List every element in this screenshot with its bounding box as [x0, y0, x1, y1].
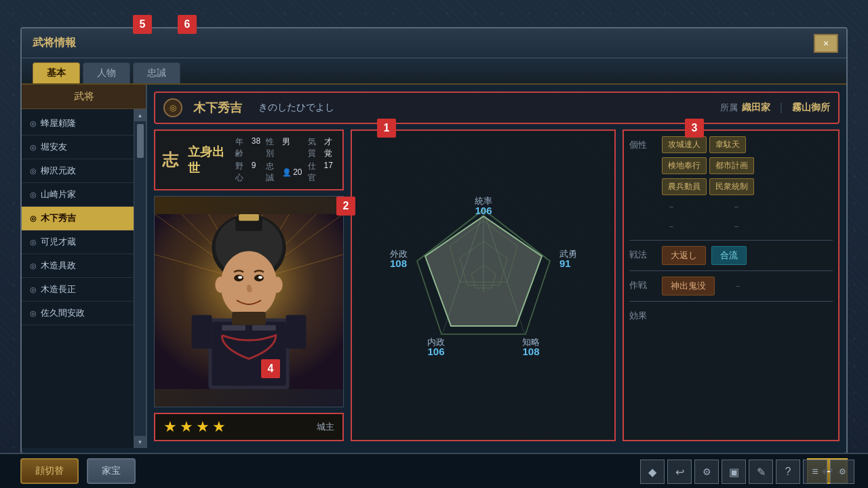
- loyalty-icon: 👤: [282, 168, 292, 177]
- stars-box: ★ ★ ★ ★ 城主: [154, 413, 344, 441]
- dash-row-2: － －: [629, 219, 833, 235]
- radar-container: 統率 106 武勇 91 知略 108 内政: [359, 138, 608, 433]
- svg-marker-38: [425, 216, 542, 326]
- ambition-value: 9: [252, 161, 260, 184]
- portrait-artwork: [155, 197, 343, 407]
- close-button[interactable]: ×: [814, 34, 838, 53]
- svg-text:91: 91: [559, 258, 571, 269]
- personality-tags: 攻城達人 韋駄天: [662, 136, 833, 153]
- battle-skill-0: 大返し: [662, 246, 706, 265]
- personality-tags-2: 検地奉行 都市計画: [662, 157, 833, 174]
- svg-point-15: [220, 251, 277, 319]
- badge-3: 3: [685, 119, 704, 138]
- badge-2: 2: [336, 197, 355, 216]
- scroll-bar: [134, 121, 146, 436]
- tactics-dash: －: [728, 279, 747, 294]
- face-button[interactable]: 顔切替: [20, 458, 79, 484]
- sidebar-list: ◎ 蜂屋頼隆 ◎ 堀安友 ◎ 柳沢元政 ◎ 山崎片家: [22, 109, 134, 448]
- age-value: 38: [252, 136, 260, 159]
- scroll-down-button[interactable]: ▼: [134, 436, 146, 448]
- sidebar-item-7[interactable]: ◎ 木造長正: [22, 278, 134, 302]
- divider-1: [629, 240, 833, 241]
- toolbar-icon-6[interactable]: ≡: [803, 460, 827, 484]
- tactics-0: 神出鬼没: [662, 277, 715, 296]
- affiliation-section: 所属 織田家 | 霧山御所: [720, 102, 830, 114]
- sidebar-icon-5: ◎: [30, 238, 37, 247]
- radar-chart: 統率 106 武勇 91 知略 108 内政: [382, 190, 585, 380]
- sidebar-item-1[interactable]: ◎ 堀安友: [22, 136, 134, 159]
- sidebar-icon-4: ◎: [30, 214, 37, 223]
- description-box: 志 立身出世 年齢 38 性別 男 気質 才覚 野心 9 忠誠: [154, 129, 344, 190]
- gender-label: 性別: [266, 136, 277, 159]
- sidebar: 武将 ◎ 蜂屋頼隆 ◎ 堀安友 ◎ 柳沢元政: [22, 85, 147, 448]
- window-title: 武将情報: [33, 36, 76, 50]
- right-panel: 個性 攻城達人 韋駄天 検地奉行 都市計画: [623, 129, 840, 441]
- character-name-kana: きのしたひでよし: [258, 102, 334, 114]
- effect-label: 効果: [629, 307, 656, 322]
- personality-label: 個性: [629, 136, 656, 151]
- sidebar-icon-8: ◎: [30, 309, 37, 318]
- toolbar-icon-2[interactable]: ⚙: [694, 460, 719, 484]
- tactics-row: 作戦 神出鬼没 －: [629, 277, 833, 296]
- sidebar-item-3[interactable]: ◎ 山崎片家: [22, 183, 134, 207]
- personality-tag-4: 都市計画: [709, 157, 754, 174]
- personality-row: 個性 攻城達人 韋駄天: [629, 136, 833, 153]
- toolbar-icon-0[interactable]: ◆: [640, 460, 665, 484]
- sidebar-item-2[interactable]: ◎ 柳沢元政: [22, 159, 134, 183]
- personality-tag-1: 検地奉行: [662, 157, 707, 174]
- sidebar-icon-1: ◎: [30, 143, 37, 152]
- tab-basic[interactable]: 基本: [33, 62, 80, 83]
- svg-text:108: 108: [522, 346, 539, 357]
- toolbar-icon-4[interactable]: ✎: [749, 460, 773, 484]
- battle-row: 戦法 大返し 合流: [629, 246, 833, 265]
- sidebar-item-0[interactable]: ◎ 蜂屋頼隆: [22, 112, 134, 136]
- svg-rect-26: [192, 315, 212, 349]
- divider-3: [629, 301, 833, 302]
- scroll-thumb[interactable]: [137, 124, 144, 158]
- castle-label: 城主: [317, 421, 334, 433]
- dash-1: －: [662, 199, 681, 215]
- toolbar-icon-5[interactable]: ?: [776, 460, 800, 484]
- badge-1: 1: [377, 119, 396, 138]
- sidebar-icon-2: ◎: [30, 167, 37, 176]
- sidebar-icon-0: ◎: [30, 119, 37, 128]
- dash-3: －: [662, 219, 681, 235]
- toolbar-icons: ◆ ↩ ⚙ ▣ ✎ ? ≡ ⚙: [640, 460, 854, 484]
- badge-4: 4: [261, 359, 280, 378]
- svg-point-20: [215, 277, 226, 293]
- loyalty-label: 忠誠: [266, 161, 277, 184]
- toolbar-icon-3[interactable]: ▣: [722, 460, 746, 484]
- badge-5: 5: [133, 15, 152, 34]
- svg-rect-27: [286, 315, 307, 349]
- divider-2: [629, 270, 833, 271]
- star-4: ★: [212, 418, 226, 436]
- svg-point-19: [258, 276, 262, 279]
- personality-row-2: 検地奉行 都市計画: [629, 157, 833, 174]
- tactics-skills: 神出鬼没 －: [662, 277, 747, 296]
- toolbar-icon-1[interactable]: ↩: [667, 460, 692, 484]
- location-value: 霧山御所: [792, 102, 830, 114]
- tactics-label: 作戦: [629, 277, 656, 291]
- personality-tag-5: 民衆統制: [709, 178, 754, 195]
- svg-point-18: [238, 276, 242, 279]
- personality-tags-3: 農兵動員 民衆統制: [662, 178, 833, 195]
- spirit-value: 才覚: [324, 136, 336, 159]
- sidebar-header: 武将: [22, 85, 146, 109]
- svg-rect-14: [239, 214, 259, 221]
- battle-label: 戦法: [629, 246, 656, 261]
- treasure-button[interactable]: 家宝: [87, 458, 136, 484]
- affiliation-label: 所属: [720, 102, 738, 114]
- sidebar-item-5[interactable]: ◎ 可児才蔵: [22, 230, 134, 254]
- sidebar-item-8[interactable]: ◎ 佐久間安政: [22, 302, 134, 325]
- tab-loyalty[interactable]: 忠誠: [133, 62, 180, 83]
- sidebar-icon-6: ◎: [30, 262, 37, 270]
- svg-text:106: 106: [427, 346, 444, 357]
- scroll-up-button[interactable]: ▲: [134, 109, 146, 121]
- svg-rect-24: [222, 325, 245, 331]
- sidebar-item-4[interactable]: ◎ 木下秀吉: [22, 207, 134, 230]
- tab-person[interactable]: 人物: [83, 62, 130, 83]
- svg-rect-25: [252, 325, 276, 331]
- badge-6: 6: [178, 15, 197, 34]
- sidebar-item-6[interactable]: ◎ 木造具政: [22, 254, 134, 278]
- toolbar-icon-7[interactable]: ⚙: [830, 460, 854, 484]
